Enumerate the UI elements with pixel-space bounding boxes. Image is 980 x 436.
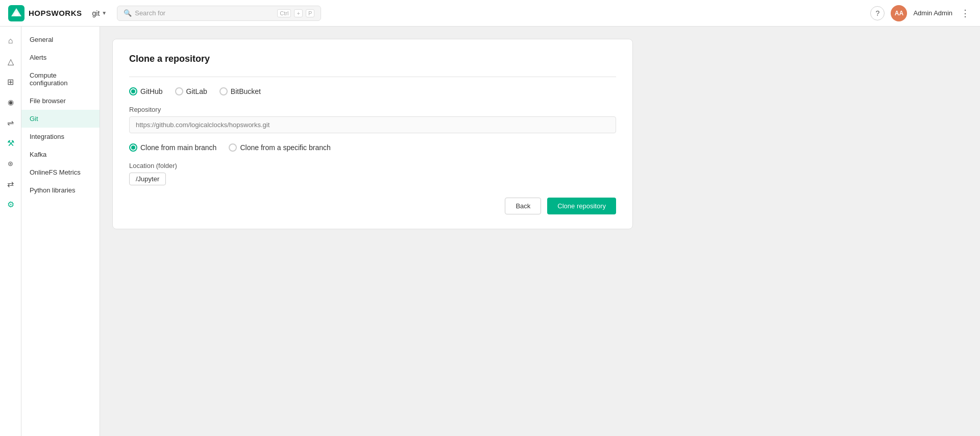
sidebar-item-kafka[interactable]: Kafka [21, 146, 100, 163]
text-sidebar: General Alerts Compute configuration Fil… [21, 27, 100, 436]
provider-gitlab[interactable]: GitLab [175, 87, 207, 95]
radio-github-circle [129, 87, 137, 95]
sidebar-icon-compute[interactable]: ⊞ [3, 74, 19, 90]
sidebar-icon-home[interactable]: ⌂ [3, 33, 19, 49]
location-value: /Jupyter [136, 175, 159, 183]
provider-bitbucket[interactable]: BitBucket [219, 87, 261, 95]
location-label: Location (folder) [129, 162, 616, 169]
search-shortcut-plus: + [294, 9, 302, 17]
card-title: Clone a repository [129, 54, 616, 64]
help-button[interactable]: ? [870, 6, 885, 20]
sidebar-icon-pipeline[interactable]: ⇌ [3, 114, 19, 131]
sidebar-item-alerts[interactable]: Alerts [21, 49, 100, 66]
main-layout: ⌂ △ ⊞ ◉ ⇌ ⚒ ⊛ ⇄ ⚙ General Alerts Compute… [0, 27, 980, 436]
search-icon: 🔍 [124, 9, 132, 17]
avatar: AA [891, 5, 907, 21]
clone-repository-button[interactable]: Clone repository [547, 198, 616, 214]
sidebar-icon-tools[interactable]: ⚒ [3, 135, 19, 151]
sidebar-item-integrations[interactable]: Integrations [21, 128, 100, 146]
repository-input[interactable] [129, 116, 616, 133]
location-tag[interactable]: /Jupyter [129, 173, 166, 185]
branch-main[interactable]: Clone from main branch [129, 143, 216, 152]
sidebar-item-compute[interactable]: Compute configuration [21, 66, 100, 92]
radio-specific-branch-circle [229, 143, 237, 152]
more-options-button[interactable]: ⋮ [959, 6, 972, 21]
radio-main-branch-circle [129, 143, 137, 152]
sidebar-item-python[interactable]: Python libraries [21, 181, 100, 199]
logo-icon [8, 5, 24, 21]
sidebar-item-filebrowser[interactable]: File browser [21, 92, 100, 110]
content-area: Clone a repository GitHub GitLab BitBuck… [100, 27, 980, 436]
provider-radio-group: GitHub GitLab BitBucket [129, 87, 616, 95]
radio-bitbucket-circle [219, 87, 228, 95]
icon-sidebar: ⌂ △ ⊞ ◉ ⇌ ⚒ ⊛ ⇄ ⚙ [0, 27, 21, 436]
sidebar-item-general[interactable]: General [21, 31, 100, 49]
divider [129, 77, 616, 77]
back-button[interactable]: Back [505, 198, 541, 214]
provider-github[interactable]: GitHub [129, 87, 163, 95]
git-selector[interactable]: git ▼ [88, 7, 111, 19]
repository-group: Repository [129, 106, 616, 133]
sidebar-icon-metrics[interactable]: ⇄ [3, 176, 19, 192]
sidebar-icon-storage[interactable]: ◉ [3, 94, 19, 110]
button-row: Back Clone repository [129, 198, 616, 214]
sidebar-icon-kafka[interactable]: ⊛ [3, 155, 19, 172]
sidebar-icon-alerts[interactable]: △ [3, 53, 19, 69]
svg-point-2 [14, 12, 18, 16]
search-shortcut-ctrl: Ctrl [277, 9, 291, 17]
git-label: git [92, 9, 100, 17]
navbar: HOPSWORKS git ▼ 🔍 Search for Ctrl + P ? … [0, 0, 980, 27]
sidebar-item-git[interactable]: Git [21, 110, 100, 128]
chevron-down-icon: ▼ [102, 10, 107, 16]
search-shortcut-p: P [306, 9, 314, 17]
radio-gitlab-circle [175, 87, 183, 95]
branch-options: Clone from main branch Clone from a spec… [129, 143, 616, 152]
clone-card: Clone a repository GitHub GitLab BitBuck… [112, 39, 633, 229]
branch-specific[interactable]: Clone from a specific branch [229, 143, 330, 152]
logo[interactable]: HOPSWORKS [8, 5, 82, 21]
logo-text: HOPSWORKS [29, 9, 82, 17]
search-bar[interactable]: 🔍 Search for Ctrl + P [117, 6, 321, 21]
repository-label: Repository [129, 106, 616, 113]
location-group: Location (folder) /Jupyter [129, 162, 616, 185]
user-name: Admin Admin [913, 9, 952, 17]
sidebar-icon-settings[interactable]: ⚙ [3, 196, 19, 212]
search-placeholder: Search for [135, 9, 274, 17]
sidebar-item-onlinefs[interactable]: OnlineFS Metrics [21, 163, 100, 181]
